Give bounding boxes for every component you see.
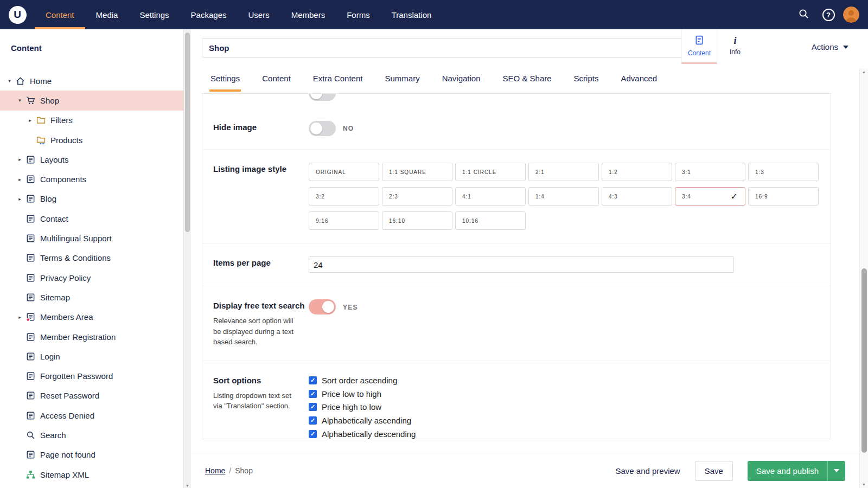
topnav-users[interactable]: Users bbox=[237, 0, 280, 29]
user-avatar[interactable] bbox=[843, 7, 859, 23]
main-scrollbar[interactable]: ▲ ▼ bbox=[859, 68, 868, 488]
sort-option-sort-order-ascending[interactable]: ✓Sort order ascending bbox=[309, 374, 820, 388]
tab-scripts[interactable]: Scripts bbox=[573, 68, 600, 92]
sort-option-alphabetically-ascending[interactable]: ✓Alphabetically ascending bbox=[309, 414, 820, 427]
tree-item-reset-password[interactable]: Reset Password bbox=[0, 386, 191, 406]
document-icon bbox=[694, 35, 704, 47]
topnav-members[interactable]: Members bbox=[280, 0, 336, 29]
topnav-forms[interactable]: Forms bbox=[336, 0, 381, 29]
caret-down-icon[interactable]: ▾ bbox=[5, 78, 14, 84]
tree-item-privacy-policy[interactable]: Privacy Policy bbox=[0, 268, 191, 287]
aspect-option-10-16[interactable]: 10:16 bbox=[455, 211, 526, 230]
free-text-search-toggle[interactable] bbox=[309, 299, 336, 314]
tree-item-blog[interactable]: ▸Blog bbox=[0, 189, 191, 209]
tree-item-sitemap-xml[interactable]: Sitemap XML bbox=[0, 465, 191, 484]
cart-icon bbox=[25, 95, 35, 105]
scroll-down-icon[interactable]: ▼ bbox=[860, 483, 868, 486]
caret-right-icon[interactable]: ▸ bbox=[16, 157, 24, 162]
tree-item-terms-conditions[interactable]: Terms & Conditions bbox=[0, 248, 191, 268]
tab-content[interactable]: Content bbox=[261, 68, 292, 92]
aspect-option-1-2[interactable]: 1:2 bbox=[602, 163, 672, 181]
aspect-option-9-16[interactable]: 9:16 bbox=[309, 211, 379, 230]
tree-item-search[interactable]: Search bbox=[0, 425, 191, 445]
topnav-packages[interactable]: Packages bbox=[180, 0, 238, 29]
save-button[interactable]: Save bbox=[695, 461, 733, 481]
aspect-option-2-3[interactable]: 2:3 bbox=[382, 187, 452, 206]
checkbox-checked-icon[interactable]: ✓ bbox=[309, 416, 317, 425]
app-tab-content[interactable]: Content bbox=[681, 29, 717, 64]
tree-item-member-registration[interactable]: Member Registration bbox=[0, 327, 191, 346]
search-button[interactable] bbox=[793, 4, 814, 25]
tab-extra-content[interactable]: Extra Content bbox=[312, 68, 364, 92]
save-and-publish-button[interactable]: Save and publish bbox=[748, 461, 845, 481]
scroll-up-icon[interactable]: ▲ bbox=[860, 70, 868, 74]
clipped-toggle[interactable] bbox=[309, 93, 336, 101]
tab-navigation[interactable]: Navigation bbox=[441, 68, 482, 92]
aspect-option-1-4[interactable]: 1:4 bbox=[528, 187, 599, 206]
aspect-option-3-2[interactable]: 3:2 bbox=[309, 187, 379, 206]
main-scrollbar-thumb[interactable] bbox=[861, 268, 867, 453]
actions-dropdown[interactable]: Actions bbox=[812, 42, 848, 52]
sidebar-scrollbar[interactable]: ▼ bbox=[183, 29, 191, 488]
aspect-option-1-1-square[interactable]: 1:1 SQUARE bbox=[382, 163, 452, 181]
publish-options-caret[interactable] bbox=[827, 461, 845, 481]
breadcrumb-home-link[interactable]: Home bbox=[205, 466, 225, 475]
tree-item-login[interactable]: Login bbox=[0, 346, 191, 366]
caret-right-icon[interactable]: ▸ bbox=[16, 314, 24, 320]
tree-item-contact[interactable]: Contact bbox=[0, 209, 191, 228]
sidebar-scrollbar-thumb[interactable] bbox=[185, 33, 190, 232]
caret-right-icon[interactable]: ▸ bbox=[16, 196, 24, 202]
aspect-option-4-3[interactable]: 4:3 bbox=[602, 187, 672, 206]
tree-item-layouts[interactable]: ▸Layouts bbox=[0, 150, 191, 169]
checkbox-checked-icon[interactable]: ✓ bbox=[309, 376, 317, 384]
items-per-page-input[interactable] bbox=[309, 256, 734, 273]
sort-option-alphabetically-descending[interactable]: ✓Alphabetically descending bbox=[309, 427, 820, 439]
umbraco-logo[interactable]: U bbox=[0, 0, 35, 29]
aspect-option-3-4[interactable]: 3:4✓ bbox=[675, 187, 745, 206]
app-tab-info[interactable]: i Info bbox=[717, 29, 753, 64]
tab-seo-share[interactable]: SEO & Share bbox=[502, 68, 553, 92]
tree-item-sitemap[interactable]: Sitemap bbox=[0, 287, 191, 307]
sort-option-label: Sort order ascending bbox=[322, 376, 397, 385]
aspect-option-original[interactable]: ORIGINAL bbox=[309, 163, 379, 181]
tree-item-shop[interactable]: ▾Shop bbox=[0, 91, 191, 110]
topnav-translation[interactable]: Translation bbox=[381, 0, 443, 29]
help-button[interactable]: ? bbox=[818, 4, 839, 25]
aspect-option-3-1[interactable]: 3:1 bbox=[675, 163, 745, 181]
caret-right-icon[interactable]: ▸ bbox=[16, 177, 24, 182]
doc-icon bbox=[25, 292, 35, 302]
tree-item-page-not-found[interactable]: Page not found bbox=[0, 445, 191, 465]
aspect-option-4-1[interactable]: 4:1 bbox=[455, 187, 526, 206]
scroll-down-icon[interactable]: ▼ bbox=[184, 484, 191, 487]
page-title-input[interactable] bbox=[202, 38, 700, 57]
save-and-preview-button[interactable]: Save and preview bbox=[615, 466, 680, 476]
aspect-option-16-10[interactable]: 16:10 bbox=[382, 211, 452, 230]
aspect-option-1-1-circle[interactable]: 1:1 CIRCLE bbox=[455, 163, 526, 181]
sort-option-price-low-to-high[interactable]: ✓Price low to high bbox=[309, 387, 820, 401]
checkbox-checked-icon[interactable]: ✓ bbox=[309, 390, 317, 398]
aspect-option-label: 16:10 bbox=[389, 218, 405, 224]
aspect-option-2-1[interactable]: 2:1 bbox=[528, 163, 599, 181]
checkbox-checked-icon[interactable]: ✓ bbox=[309, 430, 317, 438]
caret-right-icon[interactable]: ▸ bbox=[26, 118, 34, 123]
tab-summary[interactable]: Summary bbox=[384, 68, 420, 92]
tree-item-products[interactable]: Products bbox=[0, 130, 191, 150]
topnav-content[interactable]: Content bbox=[35, 0, 85, 29]
aspect-option-1-3[interactable]: 1:3 bbox=[748, 163, 819, 181]
tree-item-home[interactable]: ▾Home bbox=[0, 71, 191, 91]
checkbox-checked-icon[interactable]: ✓ bbox=[309, 403, 317, 411]
tree-item-forgotten-password[interactable]: Forgotten Password bbox=[0, 366, 191, 386]
topnav-settings[interactable]: Settings bbox=[129, 0, 180, 29]
tab-settings[interactable]: Settings bbox=[209, 68, 241, 92]
topnav-media[interactable]: Media bbox=[85, 0, 129, 29]
aspect-option-16-9[interactable]: 16:9 bbox=[748, 187, 819, 206]
caret-down-icon[interactable]: ▾ bbox=[16, 98, 24, 103]
tree-item-access-denied[interactable]: Access Denied bbox=[0, 406, 191, 425]
hide-image-toggle[interactable] bbox=[309, 121, 336, 136]
sort-option-price-high-to-low[interactable]: ✓Price high to low bbox=[309, 401, 820, 414]
tree-item-multilingual-support[interactable]: Multilingual Support bbox=[0, 228, 191, 248]
tree-item-components[interactable]: ▸Components bbox=[0, 169, 191, 189]
tree-item-filters[interactable]: ▸Filters bbox=[0, 111, 191, 130]
tab-advanced[interactable]: Advanced bbox=[620, 68, 658, 92]
tree-item-members-area[interactable]: ▸Members Area bbox=[0, 307, 191, 327]
